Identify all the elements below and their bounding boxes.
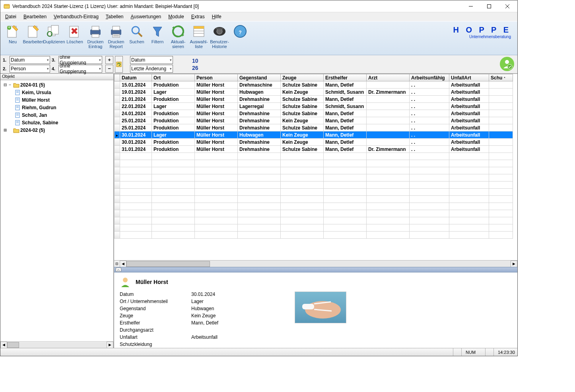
- table-row[interactable]: 21.01.2024ProduktionMüller HorstDrehmash…: [115, 96, 513, 103]
- sidebar-header: Objekt: [0, 74, 113, 80]
- data-grid[interactable]: DatumOrtPersonGegenstandZeugeErsthelferA…: [114, 74, 517, 260]
- detail-splitter[interactable]: ︽: [114, 267, 517, 272]
- col-Schu[interactable]: Schu ˄: [489, 74, 513, 81]
- drucken-eintrag-icon: [88, 24, 103, 39]
- collapse-icon[interactable]: ︽: [116, 268, 121, 272]
- svg-rect-3: [488, 4, 491, 8]
- toolbar-suchen[interactable]: Suchen: [127, 23, 147, 45]
- filter-bar: 1. Datum▾ 2. Person▾ 3. ohne Gruppierung…: [0, 55, 517, 73]
- minimize-button[interactable]: [462, 0, 480, 12]
- toolbar-duplizieren[interactable]: Duplizieren: [44, 23, 64, 45]
- auswahlliste-icon: [191, 24, 206, 39]
- detail-value: [191, 327, 271, 333]
- svg-rect-53: [302, 304, 314, 309]
- detail-value: Lager: [191, 299, 271, 304]
- tree-folder[interactable]: ⊟–2024-01 (5): [0, 81, 113, 89]
- tree-item[interactable]: Keim, Ursula: [0, 89, 113, 96]
- toolbar-auswahlliste[interactable]: Auswahl- liste: [189, 23, 209, 50]
- svg-rect-27: [194, 26, 204, 29]
- detail-label: Ort / Unternehmensteil: [120, 299, 191, 304]
- group3-select[interactable]: ohne Gruppierung▾: [58, 56, 102, 64]
- table-row[interactable]: 30.01.2024ProduktionMüller HorstDrehmash…: [115, 139, 513, 146]
- table-row[interactable]: 19.01.2024LagerMüller HorstHubwagenKein …: [115, 89, 513, 96]
- app-window: Verbandbuch 2024 Starter-Lizenz (1 Lizen…: [0, 0, 518, 356]
- toolbar-aktualisieren[interactable]: Aktuali- sieren: [168, 23, 188, 50]
- toolbar-neu[interactable]: +Neu: [3, 23, 23, 45]
- svg-point-34: [505, 60, 509, 64]
- table-row[interactable]: ▸30.01.2024LagerMüller HorstHubwagenKein…: [115, 131, 513, 139]
- col-Gegenstand[interactable]: Gegenstand: [238, 74, 281, 81]
- refresh-group-button[interactable]: [115, 56, 123, 73]
- toolbar-benutzer-historie[interactable]: Benutzer- Historie: [210, 23, 229, 50]
- col-Datum[interactable]: Datum: [120, 74, 152, 81]
- table-row[interactable]: 31.01.2024ProduktionMüller HorstDrehmash…: [115, 146, 513, 153]
- table-row[interactable]: 22.01.2024LagerMüller HorstLagerregalSch…: [115, 103, 513, 110]
- menu-datei[interactable]: Datei: [2, 13, 19, 20]
- group2-select[interactable]: Person▾: [10, 65, 50, 73]
- sort1-select[interactable]: Datum▾: [130, 56, 173, 64]
- toolbar-hilfe[interactable]: ?: [230, 23, 250, 40]
- col-Ersthelfer[interactable]: Ersthelfer: [324, 74, 367, 81]
- duplizieren-icon: [47, 24, 62, 39]
- sort2-select[interactable]: Letzte Änderung▾: [130, 65, 173, 73]
- table-row[interactable]: 25.01.2024ProduktionMüller HorstDrehmash…: [115, 117, 513, 124]
- col-Person[interactable]: Person: [195, 74, 238, 81]
- menu-hilfe[interactable]: Hilfe: [209, 13, 225, 20]
- tree-item[interactable]: Riehm, Gudrun: [0, 104, 113, 111]
- group4-select[interactable]: ohne Gruppierung▾: [58, 65, 102, 73]
- tree-folder[interactable]: ⊞2024-02 (5): [0, 126, 113, 134]
- menu-bearbeiten[interactable]: Bearbeiten: [20, 13, 50, 20]
- aktualisieren-icon: [171, 24, 186, 39]
- tree[interactable]: ⊟–2024-01 (5)Keim, UrsulaMüller HorstRie…: [0, 80, 113, 341]
- menu-tabellen[interactable]: Tabellen: [103, 13, 127, 20]
- benutzer-historie-icon: [212, 24, 227, 39]
- tree-item[interactable]: Schulze, Sabine: [0, 119, 113, 126]
- tree-item[interactable]: Scholl, Jan: [0, 111, 113, 119]
- menu-extras[interactable]: Extras: [188, 13, 208, 20]
- status-time: 14:23:30: [493, 348, 517, 356]
- col-Zeuge[interactable]: Zeuge: [281, 74, 324, 81]
- maximize-button[interactable]: [480, 0, 498, 12]
- table-row[interactable]: 25.01.2024ProduktionMüller HorstDrehmash…: [115, 124, 513, 131]
- detail-value: Mann, Detlef: [191, 320, 271, 326]
- col-Arzt[interactable]: Arzt: [367, 74, 410, 81]
- svg-rect-18: [113, 34, 120, 37]
- remove-group-button[interactable]: −: [105, 65, 113, 73]
- statusbar: NUM 14:23:30: [0, 348, 517, 356]
- col-Ort[interactable]: Ort: [152, 74, 195, 81]
- detail-value: [191, 342, 271, 347]
- close-button[interactable]: [498, 0, 517, 12]
- menu-module[interactable]: Module: [165, 13, 187, 20]
- col-Arbeitsunfähig[interactable]: Arbeitsunfähig: [410, 74, 449, 81]
- menu-auswertungen[interactable]: Auswertungen: [128, 13, 165, 20]
- group1-select[interactable]: Datum▾: [10, 56, 50, 64]
- user-status-icon[interactable]: [500, 57, 514, 71]
- suchen-icon: [129, 24, 144, 39]
- toolbar-drucken-eintrag[interactable]: Drucken Eintrag: [85, 23, 105, 50]
- window-title: Verbandbuch 2024 Starter-Lizenz (1 Lizen…: [12, 4, 462, 9]
- table-row[interactable]: 15.01.2024ProduktionMüller HorstDrehmasc…: [115, 81, 513, 89]
- toolbar-filtern[interactable]: Filtern: [148, 23, 167, 45]
- toolbar-loeschen[interactable]: Löschen: [65, 23, 85, 45]
- detail-name: Müller Horst: [136, 279, 168, 285]
- toolbar-bearbeiten[interactable]: Bearbeiten: [23, 23, 43, 45]
- sidebar-hscroll[interactable]: ◀ ▶: [0, 341, 113, 348]
- svg-point-21: [132, 27, 139, 34]
- loeschen-icon: [67, 24, 82, 39]
- table-row[interactable]: 24.01.2024ProduktionMüller HorstDrehmash…: [115, 110, 513, 117]
- svg-line-22: [138, 33, 142, 37]
- toolbar: +NeuBearbeitenDuplizierenLöschenDrucken …: [0, 21, 517, 55]
- add-group-button[interactable]: +: [105, 56, 113, 64]
- svg-rect-17: [113, 26, 120, 30]
- grid-hscroll[interactable]: ⊟ ◀▶: [114, 260, 517, 267]
- tree-item[interactable]: Müller Horst: [0, 96, 113, 104]
- hilfe-icon: ?: [233, 24, 248, 39]
- svg-point-29: [217, 29, 222, 34]
- toolbar-drucken-report[interactable]: Drucken Report: [106, 23, 126, 50]
- sidebar: Objekt ⊟–2024-01 (5)Keim, UrsulaMüller H…: [0, 74, 114, 348]
- svg-point-51: [123, 278, 128, 282]
- detail-value: 30.01.2024: [191, 292, 271, 297]
- col-UnfallArt[interactable]: UnfallArt: [449, 74, 489, 81]
- filtern-icon: [150, 24, 165, 39]
- menu-verbandbuch-eintrag[interactable]: Verbandbuch-Eintrag: [51, 13, 102, 20]
